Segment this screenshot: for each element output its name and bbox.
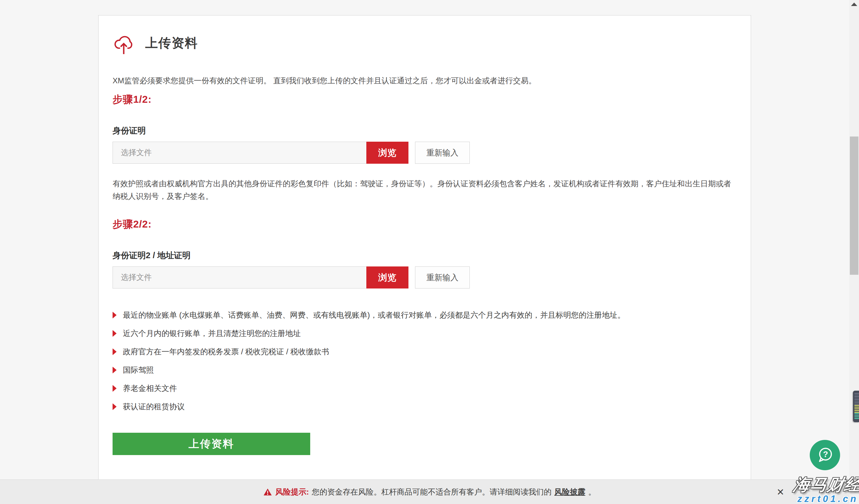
upload-card: 上传资料 XM监管必须要求您提供一份有效的文件证明。 直到我们收到您上传的文件并… [98,15,751,479]
triangle-bullet-icon [112,403,117,410]
list-item: 获认证的租赁协议 [112,402,737,412]
scrollbar-thumb[interactable] [850,137,858,275]
file-row-address: 浏览 重新输入 [112,266,737,288]
list-item-text: 获认证的租赁协议 [123,401,185,412]
risk-label: 风险提示: [275,487,309,497]
address-proof-list: 最近的物业账单 (水电煤账单、话费账单、油费、网费、或有线电视账单)，或者银行对… [112,310,737,412]
list-item-text: 国际驾照 [123,365,154,375]
triangle-bullet-icon [112,330,117,337]
right-edge-widget[interactable] [853,391,859,422]
list-item: 最近的物业账单 (水电煤账单、话费账单、油费、网费、或有线电视账单)，或者银行对… [112,310,737,320]
list-item: 国际驾照 [112,365,737,375]
risk-disclosure-link[interactable]: 风险披露 [555,487,586,497]
step-1-heading: 步骤1/2: [112,93,737,106]
intro-text: XM监管必须要求您提供一份有效的文件证明。 直到我们收到您上传的文件并且认证通过… [112,76,737,86]
file-input-identity[interactable] [112,142,366,164]
file-row-identity: 浏览 重新输入 [112,142,737,164]
close-icon[interactable]: × [777,486,784,498]
warning-triangle-icon [263,488,272,496]
risk-footer-bar: 风险提示: 您的资金存在风险。杠杆商品可能不适合所有客户。请详细阅读我们的风险披… [0,479,859,504]
triangle-bullet-icon [112,385,117,392]
list-item: 政府官方在一年内签发的税务发票 / 税收完税证 / 税收缴款书 [112,347,737,357]
triangle-bullet-icon [112,348,117,355]
question-bubble-icon: ? [815,445,835,466]
reset-button-address[interactable]: 重新输入 [415,266,470,288]
reset-button-identity[interactable]: 重新输入 [415,142,470,164]
scrollbar[interactable] [849,0,859,504]
list-item: 近六个月内的银行账单，并且清楚注明您的注册地址 [112,329,737,338]
list-item: 养老金相关文件 [112,383,737,393]
cloud-upload-icon [112,30,135,56]
upload-submit-button[interactable]: 上传资料 [112,433,310,455]
browse-button-identity[interactable]: 浏览 [366,142,408,164]
file-input-address[interactable] [112,266,366,288]
widget-gray-bars [855,393,859,405]
id-proof-label: 身份证明 [112,125,737,137]
svg-text:?: ? [823,450,828,459]
widget-teal-bars [855,413,859,420]
list-item-text: 养老金相关文件 [123,383,177,394]
risk-text-suffix: 。 [588,487,596,497]
help-chat-button[interactable]: ? [810,440,840,470]
step-2-heading: 步骤2/2: [112,218,737,231]
list-item-text: 最近的物业账单 (水电煤账单、话费账单、油费、网费、或有线电视账单)，或者银行对… [123,310,625,320]
triangle-bullet-icon [112,367,117,374]
address-proof-label: 身份证明2 / 地址证明 [112,250,737,261]
widget-yellow-bars [855,405,859,413]
id-proof-description: 有效护照或者由权威机构官方出具的其他身份证件的彩色复印件（比如：驾驶证，身份证等… [112,177,737,203]
triangle-bullet-icon [112,312,117,318]
risk-footer-content: 风险提示: 您的资金存在风险。杠杆商品可能不适合所有客户。请详细阅读我们的风险披… [0,480,859,504]
title-row: 上传资料 [112,30,737,56]
scroll-up-arrow-icon[interactable] [851,3,857,6]
list-item-text: 政府官方在一年内签发的税务发票 / 税收完税证 / 税收缴款书 [123,347,329,357]
page-title: 上传资料 [145,35,198,51]
browse-button-address[interactable]: 浏览 [366,266,408,288]
risk-text: 您的资金存在风险。杠杆商品可能不适合所有客户。请详细阅读我们的 [312,487,552,497]
list-item-text: 近六个月内的银行账单，并且清楚注明您的注册地址 [123,328,301,338]
